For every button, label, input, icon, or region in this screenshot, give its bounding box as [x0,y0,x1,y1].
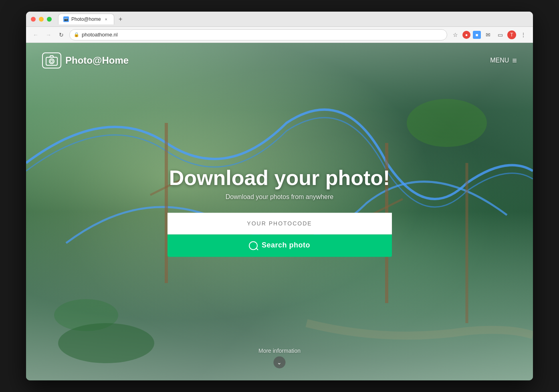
reload-button[interactable]: ↻ [57,30,66,40]
maximize-button[interactable] [47,17,52,22]
address-bar[interactable]: 🔒 photoathome.nl [69,29,447,40]
svg-point-10 [50,60,53,62]
extension-mail-icon[interactable]: ✉ [483,30,493,40]
hero-content: Download your photo! Download your photo… [167,167,392,257]
search-icon [249,241,258,250]
photocode-input[interactable] [167,213,392,234]
toolbar-actions: ☆ ● ■ ✉ ▭ T ⋮ [450,30,528,40]
bookmark-icon[interactable]: ☆ [450,30,460,40]
active-tab[interactable]: 📷 Photo@home × [58,14,114,24]
website-content: Photo@Home MENU ≡ Download your photo! D… [26,43,533,380]
chevron-down-icon: ⌄ [273,356,285,368]
site-logo: Photo@Home [42,52,129,68]
photocode-input-wrapper [167,213,392,234]
hamburger-icon: ≡ [512,56,517,65]
logo-icon [42,52,61,68]
close-button[interactable] [31,17,36,22]
camera-svg [46,55,58,66]
tab-title: Photo@home [71,16,101,22]
menu-toggle[interactable]: MENU ≡ [490,56,517,65]
tab-area: 📷 Photo@home × + [58,14,528,24]
site-nav: Photo@Home MENU ≡ [26,43,533,78]
extension-blue-icon[interactable]: ■ [473,31,481,39]
search-photo-button[interactable]: Search photo [167,234,392,257]
menu-label: MENU [490,57,509,64]
forward-button[interactable]: → [44,30,53,40]
logo-text: Photo@Home [65,55,129,66]
more-info-section[interactable]: More information ⌄ [258,348,301,368]
browser-titlebar: 📷 Photo@home × + [26,12,533,27]
lock-icon: 🔒 [74,32,79,37]
back-button[interactable]: ← [31,30,40,40]
menu-button[interactable]: ⋮ [519,30,528,40]
hero-subtitle: Download your photos from anywhere [167,193,392,201]
svg-point-9 [49,59,54,64]
hero-title: Download your photo! [167,167,392,189]
more-info-label: More information [258,348,301,354]
tab-close-button[interactable]: × [103,16,109,22]
profile-button[interactable]: T [507,30,516,39]
cast-icon[interactable]: ▭ [495,30,505,40]
new-tab-button[interactable]: + [116,14,125,24]
search-button-label: Search photo [262,241,310,250]
browser-toolbar: ← → ↻ 🔒 photoathome.nl ☆ ● ■ ✉ ▭ T ⋮ [26,27,533,43]
tab-favicon: 📷 [63,16,69,22]
extension-red-icon[interactable]: ● [462,31,470,39]
minimize-button[interactable] [39,17,44,22]
browser-window: 📷 Photo@home × + ← → ↻ 🔒 photoathome.nl … [26,12,533,380]
url-text: photoathome.nl [82,32,118,38]
